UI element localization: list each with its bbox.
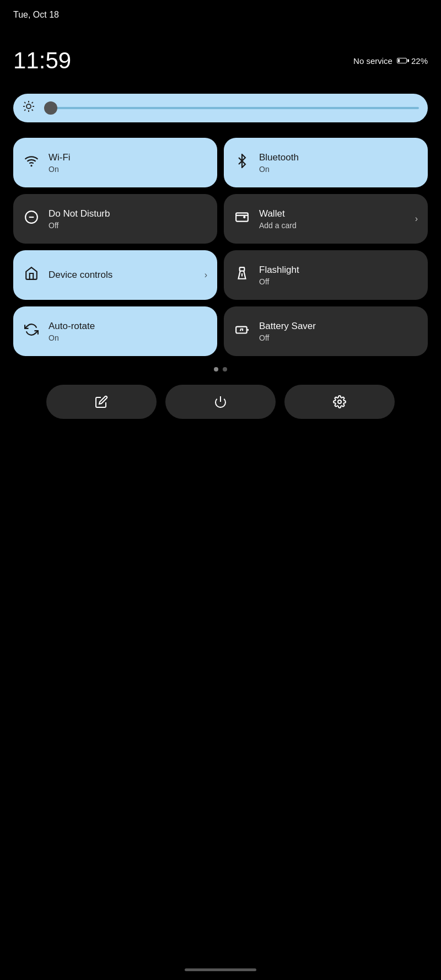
- no-service-text: No service: [353, 56, 392, 66]
- bottom-buttons: [0, 385, 441, 419]
- tile-wifi-text: Wi-FiOn: [49, 152, 207, 174]
- tile-dnd-label: Do Not Disturb: [49, 208, 207, 220]
- time-row: 11:59 No service 22%: [13, 47, 428, 74]
- flashlight-icon: [234, 266, 250, 284]
- rotate-icon: [23, 322, 40, 340]
- tile-flashlight-label: Flashlight: [259, 264, 418, 276]
- chevron-right-icon: ›: [415, 214, 418, 224]
- svg-line-7: [24, 110, 25, 111]
- svg-point-0: [26, 104, 31, 109]
- tile-battery-saver-sublabel: Off: [259, 333, 418, 342]
- status-right: No service 22%: [353, 56, 428, 66]
- svg-line-8: [32, 102, 33, 103]
- tile-wallet-text: WalletAdd a card: [259, 208, 406, 230]
- tile-bluetooth[interactable]: BluetoothOn: [224, 138, 428, 187]
- svg-rect-16: [236, 327, 247, 333]
- tile-wallet-label: Wallet: [259, 208, 406, 220]
- time: 11:59: [13, 47, 71, 74]
- settings-button[interactable]: [284, 385, 395, 419]
- svg-line-6: [32, 110, 33, 111]
- tile-flashlight-sublabel: Off: [259, 277, 418, 286]
- svg-point-21: [338, 400, 341, 403]
- tile-auto-rotate[interactable]: Auto-rotateOn: [13, 306, 217, 356]
- tile-wifi-label: Wi-Fi: [49, 152, 207, 164]
- tile-battery-saver[interactable]: Battery SaverOff: [224, 306, 428, 356]
- tile-battery-saver-text: Battery SaverOff: [259, 320, 418, 342]
- battery-icon: [397, 58, 407, 63]
- tile-bluetooth-text: BluetoothOn: [259, 152, 418, 174]
- tile-flashlight[interactable]: FlashlightOff: [224, 250, 428, 300]
- brightness-slider[interactable]: [13, 94, 428, 122]
- brightness-row: [0, 94, 441, 122]
- tiles-grid: Wi-FiOn BluetoothOn Do Not DisturbOff Wa…: [0, 138, 441, 356]
- brightness-icon: [22, 100, 35, 116]
- dnd-icon: [23, 210, 40, 228]
- battery-icon: [234, 322, 250, 340]
- svg-rect-12: [236, 213, 248, 221]
- tile-device-controls-text: Device controls: [49, 269, 196, 281]
- status-bar: Tue, Oct 18 11:59 No service 22%: [0, 0, 441, 94]
- home-indicator: [185, 968, 256, 971]
- brightness-track[interactable]: [44, 107, 419, 109]
- svg-rect-14: [240, 267, 245, 271]
- tile-wallet[interactable]: WalletAdd a card›: [224, 194, 428, 244]
- tile-wifi[interactable]: Wi-FiOn: [13, 138, 217, 187]
- svg-line-18: [240, 329, 241, 331]
- page-dots: [0, 367, 441, 371]
- tile-dnd-sublabel: Off: [49, 221, 207, 230]
- tile-device-controls-label: Device controls: [49, 269, 196, 281]
- tile-auto-rotate-label: Auto-rotate: [49, 320, 207, 332]
- tile-auto-rotate-text: Auto-rotateOn: [49, 320, 207, 342]
- svg-line-5: [24, 102, 25, 103]
- edit-button[interactable]: [46, 385, 157, 419]
- battery-percent: 22%: [411, 56, 428, 66]
- wallet-icon: [234, 210, 250, 228]
- tile-bluetooth-sublabel: On: [259, 165, 418, 174]
- date: Tue, Oct 18: [13, 10, 428, 20]
- tile-bluetooth-label: Bluetooth: [259, 152, 418, 164]
- tile-device-controls[interactable]: Device controls›: [13, 250, 217, 300]
- tile-dnd-text: Do Not DisturbOff: [49, 208, 207, 230]
- tile-flashlight-text: FlashlightOff: [259, 264, 418, 286]
- tile-wifi-sublabel: On: [49, 165, 207, 174]
- tile-wallet-sublabel: Add a card: [259, 221, 406, 230]
- wifi-icon: [23, 154, 40, 171]
- power-button[interactable]: [165, 385, 276, 419]
- tile-auto-rotate-sublabel: On: [49, 333, 207, 342]
- chevron-right-icon: ›: [205, 270, 207, 280]
- home-icon: [23, 266, 40, 284]
- dot-1: [214, 367, 218, 371]
- brightness-thumb: [44, 101, 57, 115]
- dot-2: [223, 367, 227, 371]
- bluetooth-icon: [234, 154, 250, 171]
- tile-battery-saver-label: Battery Saver: [259, 320, 418, 332]
- tile-dnd[interactable]: Do Not DisturbOff: [13, 194, 217, 244]
